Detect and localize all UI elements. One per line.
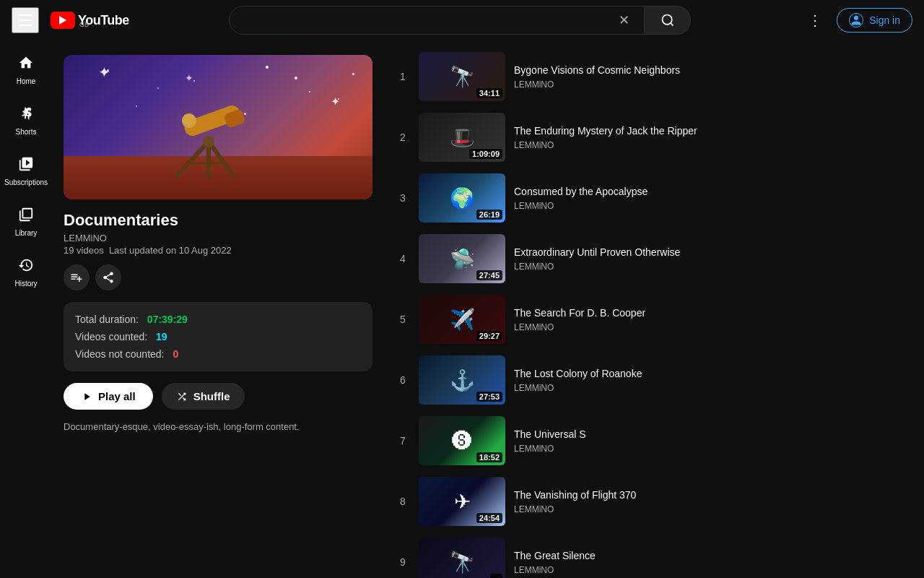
video-number: 1 (396, 71, 410, 82)
playlist-channel: LEMMiNO (64, 233, 372, 243)
menu-button[interactable] (12, 7, 39, 33)
video-thumbnail: 🛸 27:45 (419, 234, 505, 283)
search-container: lemmino ✕ (229, 6, 691, 35)
sign-in-label: Sign in (869, 14, 900, 26)
video-thumbnail: ⚓ 27:53 (419, 355, 505, 405)
video-number: 8 (396, 496, 410, 507)
video-channel: LEMMiNO (514, 140, 912, 150)
playlist-panel: ✦ ✦ ✦ ✦ (52, 40, 384, 578)
video-title: The Lost Colony of Roanoke (514, 367, 912, 380)
search-submit-button[interactable] (645, 6, 691, 35)
videos-not-counted-value: 0 (173, 348, 178, 360)
library-icon (18, 207, 34, 226)
video-channel: LEMMiNO (514, 79, 912, 90)
video-title: The Great Silence (514, 549, 912, 562)
more-options-button[interactable]: ⋮ (802, 6, 828, 35)
video-number: 5 (396, 314, 410, 325)
save-to-playlist-button[interactable] (64, 264, 90, 290)
video-item[interactable]: 4 🛸 27:45 Extraordinary Until Proven Oth… (384, 228, 924, 289)
thumb-icon: 🌍 (450, 186, 475, 210)
video-number: 4 (396, 253, 410, 264)
video-channel: LEMMiNO (514, 504, 912, 514)
svg-line-2 (176, 142, 209, 176)
video-info: Consumed by the Apocalypse LEMMiNO (514, 185, 912, 211)
youtube-logo[interactable]: YouTube GB (51, 12, 129, 29)
total-duration-label: Total duration: (75, 314, 139, 325)
video-title: The Vanishing of Flight 370 (514, 488, 912, 501)
video-info: Bygone Visions of Cosmic Neighbors LEMMi… (514, 64, 912, 90)
video-duration: 27:45 (476, 270, 502, 280)
sign-in-button[interactable]: Sign in (837, 8, 912, 33)
video-info: The Universal S LEMMiNO (514, 428, 912, 454)
video-thumbnail: ✈️ 29:27 (419, 295, 505, 344)
playlist-title: Documentaries (64, 211, 372, 230)
video-duration: 1:09:09 (469, 149, 502, 159)
video-thumbnail: 🔭 ... (419, 538, 505, 578)
top-navigation: YouTube GB lemmino ✕ ⋮ Sign in (0, 0, 924, 40)
videos-counted-label: Videos counted: (75, 331, 147, 342)
video-item[interactable]: 3 🌍 26:19 Consumed by the Apocalypse LEM… (384, 168, 924, 228)
account-icon (849, 13, 863, 27)
video-thumbnail: 🌍 26:19 (419, 173, 505, 223)
playlist-description: Documentary-esque, video-essay-ish, long… (64, 421, 372, 432)
video-item[interactable]: 9 🔭 ... The Great Silence LEMMiNO (384, 532, 924, 578)
video-title: The Enduring Mystery of Jack the Ripper (514, 124, 912, 137)
video-item[interactable]: 7 🅢 18:52 The Universal S LEMMiNO (384, 410, 924, 471)
sidebar-item-history[interactable]: History (3, 249, 49, 296)
video-title: The Search For D. B. Cooper (514, 306, 912, 319)
video-channel: LEMMiNO (514, 383, 912, 393)
video-item[interactable]: 5 ✈️ 29:27 The Search For D. B. Cooper L… (384, 289, 924, 350)
video-duration: 24:54 (476, 513, 502, 523)
videos-counted-value: 19 (156, 331, 167, 342)
sidebar-library-label: Library (15, 229, 38, 237)
youtube-logo-icon (51, 12, 75, 29)
stat-row-counted: Videos counted: 19 (75, 331, 361, 342)
history-icon (18, 257, 34, 277)
video-channel: LEMMiNO (514, 565, 912, 575)
video-item[interactable]: 2 🎩 1:09:09 The Enduring Mystery of Jack… (384, 107, 924, 168)
thumb-icon: ✈ (454, 490, 471, 514)
thumbnail-art: ✦ ✦ ✦ ✦ (64, 55, 372, 199)
video-item[interactable]: 6 ⚓ 27:53 The Lost Colony of Roanoke LEM… (384, 350, 924, 410)
thumb-icon: 🎩 (450, 126, 475, 150)
shorts-icon (18, 105, 34, 125)
topnav-left: YouTube GB (12, 7, 170, 33)
video-title: Extraordinary Until Proven Otherwise (514, 246, 912, 259)
sidebar-home-label: Home (17, 77, 36, 85)
sidebar-history-label: History (14, 280, 37, 288)
svg-point-0 (662, 15, 671, 25)
shuffle-button[interactable]: Shuffle (162, 383, 245, 410)
video-list: 1 🔭 34:11 Bygone Visions of Cosmic Neigh… (384, 40, 924, 578)
search-input[interactable]: lemmino (241, 14, 616, 27)
sidebar-item-subscriptions[interactable]: Subscriptions (3, 147, 49, 195)
stats-box: Total duration: 07:39:29 Videos counted:… (64, 302, 372, 371)
video-thumbnail: ✈ 24:54 (419, 477, 505, 526)
video-thumbnail: 🔭 34:11 (419, 52, 505, 101)
video-title: Bygone Visions of Cosmic Neighbors (514, 64, 912, 77)
video-channel: LEMMiNO (514, 262, 912, 272)
video-item[interactable]: 8 ✈ 24:54 The Vanishing of Flight 370 LE… (384, 471, 924, 532)
stat-row-duration: Total duration: 07:39:29 (75, 314, 361, 325)
playlist-actions (64, 264, 372, 290)
video-number: 7 (396, 435, 410, 447)
play-all-button[interactable]: Play all (64, 383, 153, 410)
home-icon (18, 55, 34, 74)
search-bar: lemmino ✕ (229, 6, 645, 35)
playlist-meta: 19 videos Last updated on 10 Aug 2022 (64, 245, 372, 256)
video-number: 3 (396, 192, 410, 204)
sidebar-item-home[interactable]: Home (3, 46, 49, 94)
thumb-icon: 🅢 (452, 429, 472, 453)
video-info: The Vanishing of Flight 370 LEMMiNO (514, 488, 912, 514)
video-item[interactable]: 1 🔭 34:11 Bygone Visions of Cosmic Neigh… (384, 46, 924, 107)
search-clear-button[interactable]: ✕ (616, 9, 632, 31)
share-button[interactable] (95, 264, 121, 290)
sidebar-item-shorts[interactable]: Shorts (3, 97, 49, 144)
sidebar: Home Shorts Subscriptions Library Histor… (0, 40, 52, 578)
telescope-art (162, 91, 256, 178)
subscriptions-icon (18, 156, 34, 176)
thumb-icon: ✈️ (450, 308, 475, 332)
sidebar-subscriptions-label: Subscriptions (4, 178, 48, 186)
video-thumbnail: 🅢 18:52 (419, 416, 505, 465)
playlist-thumbnail: ✦ ✦ ✦ ✦ (64, 55, 372, 199)
sidebar-item-library[interactable]: Library (3, 198, 49, 246)
